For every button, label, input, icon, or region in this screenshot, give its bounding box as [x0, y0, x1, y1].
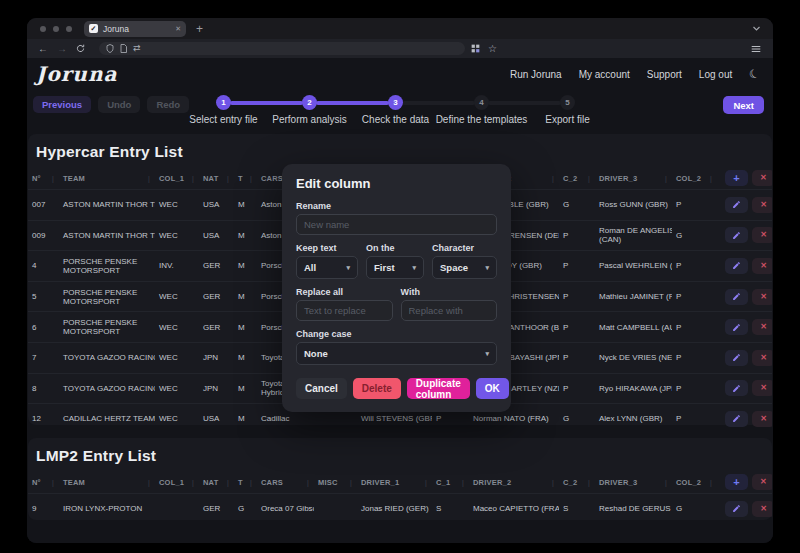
table-cell: M: [234, 404, 257, 434]
delete-row-button[interactable]: ✕: [752, 380, 772, 396]
column-header[interactable]: N°: [28, 471, 59, 494]
on-the-select[interactable]: First ▾: [366, 256, 424, 279]
step-check-the-data[interactable]: 3 Check the data: [388, 95, 403, 110]
column-header[interactable]: CARS: [257, 471, 314, 494]
plus-icon: +: [733, 477, 740, 488]
duplicate-column-button[interactable]: Duplicate column: [407, 378, 470, 399]
table-cell: P: [672, 281, 717, 312]
tab-list-chevron-icon[interactable]: [752, 24, 761, 33]
table-row: 9IRON LYNX-PROTONGERGOreca 07 GibsonJona…: [28, 494, 772, 524]
column-header[interactable]: NAT: [199, 167, 234, 190]
reload-button[interactable]: [76, 44, 85, 53]
step-select-entry-file[interactable]: 1 Select entry file: [216, 95, 231, 110]
delete-row-button[interactable]: ✕: [752, 319, 772, 335]
address-bar[interactable]: ⇄: [99, 42, 465, 55]
window-control-dot[interactable]: [53, 26, 59, 32]
column-header[interactable]: C_2: [559, 167, 595, 190]
row-actions: ✕: [717, 190, 772, 221]
edit-row-button[interactable]: [725, 319, 748, 335]
add-column-button[interactable]: +: [725, 170, 748, 186]
delete-row-button[interactable]: ✕: [752, 350, 772, 366]
column-header[interactable]: COL_1: [155, 167, 199, 190]
column-header[interactable]: T: [234, 471, 257, 494]
with-input[interactable]: [401, 300, 498, 321]
column-header[interactable]: DRIVER_3: [595, 471, 672, 494]
delete-row-button[interactable]: ✕: [752, 501, 772, 517]
shield-icon[interactable]: [106, 44, 114, 53]
edit-row-button[interactable]: [725, 380, 748, 396]
edit-row-button[interactable]: [725, 350, 748, 366]
column-header[interactable]: T: [234, 167, 257, 190]
replace-all-input[interactable]: [296, 300, 393, 321]
delete-row-button[interactable]: ✕: [752, 197, 772, 213]
keep-text-select[interactable]: All ▾: [296, 256, 358, 279]
history-buttons: Previous Undo Redo: [33, 96, 189, 113]
column-header[interactable]: DRIVER_1: [357, 471, 432, 494]
column-header[interactable]: N°: [28, 167, 59, 190]
edit-row-button[interactable]: [725, 289, 748, 305]
column-header[interactable]: C_2: [559, 471, 595, 494]
cross-icon: ✕: [760, 323, 767, 331]
app-logo[interactable]: Joruna: [36, 62, 117, 86]
cross-icon: ✕: [760, 415, 767, 423]
edit-row-button[interactable]: [725, 258, 748, 274]
browser-tab[interactable]: ✓ Joruna ✕: [84, 21, 186, 37]
step-define-the-templates[interactable]: 4 Define the templates: [474, 95, 489, 110]
swap-icon[interactable]: ⇄: [133, 44, 141, 53]
edit-row-button[interactable]: [725, 501, 748, 517]
redo-button[interactable]: Redo: [147, 96, 189, 113]
nav-my-account[interactable]: My account: [579, 69, 630, 80]
dark-mode-moon-icon[interactable]: ☾: [747, 66, 762, 83]
column-header[interactable]: DRIVER_3: [595, 167, 672, 190]
cancel-button[interactable]: Cancel: [296, 378, 347, 399]
window-control-dot[interactable]: [40, 26, 46, 32]
column-header[interactable]: COL_1: [155, 471, 199, 494]
edit-row-button[interactable]: [725, 411, 748, 427]
forward-button[interactable]: →: [57, 44, 67, 54]
page-info-icon[interactable]: [120, 44, 127, 53]
delete-row-button[interactable]: ✕: [752, 411, 772, 427]
main-nav: Run Joruna My account Support Log out ☾: [510, 67, 760, 81]
remove-table-button[interactable]: ✕: [752, 474, 772, 490]
column-header[interactable]: TEAM: [59, 167, 155, 190]
column-header[interactable]: TEAM: [59, 471, 155, 494]
step-perform-analysis[interactable]: 2 Perform analysis: [302, 95, 317, 110]
step-export-file[interactable]: 5 Export file: [560, 95, 575, 110]
next-button[interactable]: Next: [723, 96, 764, 114]
previous-button[interactable]: Previous: [33, 96, 91, 113]
table-cell: ASTON MARTIN THOR TEAM: [59, 190, 155, 221]
remove-table-button[interactable]: ✕: [752, 170, 772, 186]
change-case-select[interactable]: None ▾: [296, 342, 497, 365]
delete-button[interactable]: Delete: [353, 378, 401, 399]
character-select[interactable]: Space ▾: [432, 256, 497, 279]
undo-button[interactable]: Undo: [98, 96, 140, 113]
new-tab-button[interactable]: +: [196, 24, 203, 34]
window-control-dot[interactable]: [66, 26, 72, 32]
rename-input[interactable]: [296, 214, 497, 235]
nav-support[interactable]: Support: [647, 69, 682, 80]
column-header[interactable]: C_1: [432, 471, 469, 494]
nav-log-out[interactable]: Log out: [699, 69, 732, 80]
edit-row-button[interactable]: [725, 227, 748, 243]
column-header[interactable]: MISC: [314, 471, 357, 494]
tab-close-icon[interactable]: ✕: [175, 25, 181, 33]
column-header[interactable]: COL_2: [672, 471, 717, 494]
delete-row-button[interactable]: ✕: [752, 227, 772, 243]
add-column-button[interactable]: +: [725, 474, 748, 490]
edit-row-button[interactable]: [725, 197, 748, 213]
bookmark-star-icon[interactable]: ☆: [488, 44, 497, 54]
column-header[interactable]: DRIVER_2: [469, 471, 559, 494]
column-header[interactable]: COL_2: [672, 167, 717, 190]
delete-row-button[interactable]: ✕: [752, 258, 772, 274]
table-cell: USA: [199, 190, 234, 221]
back-button[interactable]: ←: [38, 44, 48, 54]
chevron-down-icon: ▾: [485, 264, 489, 272]
column-header[interactable]: NAT: [199, 471, 234, 494]
table-cell: TOYOTA GAZOO RACING: [59, 342, 155, 373]
browser-menu-icon[interactable]: [751, 44, 761, 54]
extensions-grid-icon[interactable]: [471, 44, 480, 53]
ok-button[interactable]: OK: [476, 378, 509, 399]
delete-row-button[interactable]: ✕: [752, 289, 772, 305]
row-actions: ✕: [717, 281, 772, 312]
nav-run-joruna[interactable]: Run Joruna: [510, 69, 562, 80]
